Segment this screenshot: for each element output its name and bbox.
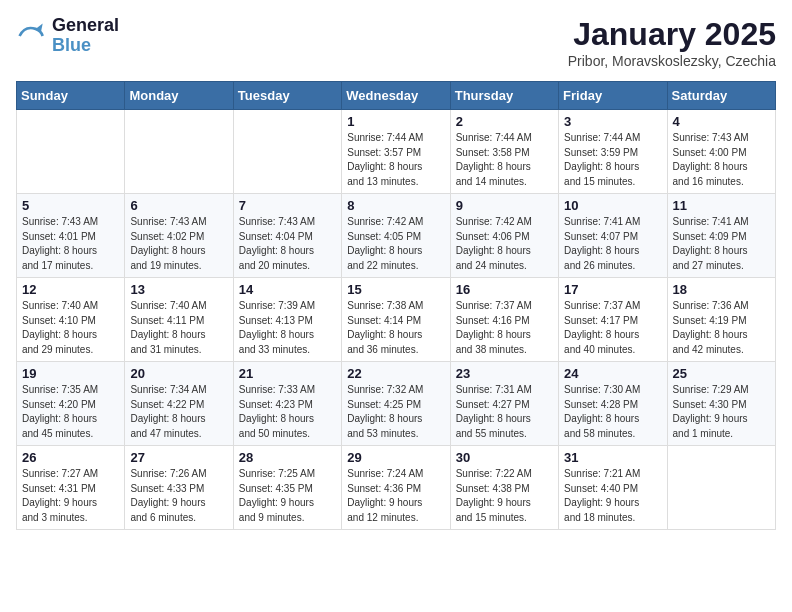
day-number: 29: [347, 450, 444, 465]
day-info: Sunrise: 7:38 AM Sunset: 4:14 PM Dayligh…: [347, 299, 444, 357]
day-number: 27: [130, 450, 227, 465]
day-info: Sunrise: 7:31 AM Sunset: 4:27 PM Dayligh…: [456, 383, 553, 441]
calendar-cell: 22Sunrise: 7:32 AM Sunset: 4:25 PM Dayli…: [342, 362, 450, 446]
calendar-cell: 23Sunrise: 7:31 AM Sunset: 4:27 PM Dayli…: [450, 362, 558, 446]
calendar-week-row: 26Sunrise: 7:27 AM Sunset: 4:31 PM Dayli…: [17, 446, 776, 530]
calendar-cell: 11Sunrise: 7:41 AM Sunset: 4:09 PM Dayli…: [667, 194, 775, 278]
day-number: 31: [564, 450, 661, 465]
day-number: 24: [564, 366, 661, 381]
day-number: 19: [22, 366, 119, 381]
calendar-table: SundayMondayTuesdayWednesdayThursdayFrid…: [16, 81, 776, 530]
calendar-cell: 16Sunrise: 7:37 AM Sunset: 4:16 PM Dayli…: [450, 278, 558, 362]
day-number: 26: [22, 450, 119, 465]
day-number: 22: [347, 366, 444, 381]
day-number: 6: [130, 198, 227, 213]
day-info: Sunrise: 7:21 AM Sunset: 4:40 PM Dayligh…: [564, 467, 661, 525]
day-info: Sunrise: 7:40 AM Sunset: 4:11 PM Dayligh…: [130, 299, 227, 357]
calendar-week-row: 5Sunrise: 7:43 AM Sunset: 4:01 PM Daylig…: [17, 194, 776, 278]
day-number: 28: [239, 450, 336, 465]
calendar-cell: 6Sunrise: 7:43 AM Sunset: 4:02 PM Daylig…: [125, 194, 233, 278]
logo-line2: Blue: [52, 36, 119, 56]
day-number: 30: [456, 450, 553, 465]
calendar-cell: 1Sunrise: 7:44 AM Sunset: 3:57 PM Daylig…: [342, 110, 450, 194]
calendar-cell: [667, 446, 775, 530]
calendar-week-row: 1Sunrise: 7:44 AM Sunset: 3:57 PM Daylig…: [17, 110, 776, 194]
day-number: 9: [456, 198, 553, 213]
calendar-cell: 5Sunrise: 7:43 AM Sunset: 4:01 PM Daylig…: [17, 194, 125, 278]
calendar-cell: [233, 110, 341, 194]
day-info: Sunrise: 7:37 AM Sunset: 4:16 PM Dayligh…: [456, 299, 553, 357]
calendar-cell: 13Sunrise: 7:40 AM Sunset: 4:11 PM Dayli…: [125, 278, 233, 362]
day-number: 18: [673, 282, 770, 297]
calendar-cell: 18Sunrise: 7:36 AM Sunset: 4:19 PM Dayli…: [667, 278, 775, 362]
day-number: 7: [239, 198, 336, 213]
day-number: 12: [22, 282, 119, 297]
day-info: Sunrise: 7:22 AM Sunset: 4:38 PM Dayligh…: [456, 467, 553, 525]
day-info: Sunrise: 7:39 AM Sunset: 4:13 PM Dayligh…: [239, 299, 336, 357]
day-info: Sunrise: 7:43 AM Sunset: 4:02 PM Dayligh…: [130, 215, 227, 273]
day-number: 20: [130, 366, 227, 381]
day-info: Sunrise: 7:33 AM Sunset: 4:23 PM Dayligh…: [239, 383, 336, 441]
day-info: Sunrise: 7:43 AM Sunset: 4:00 PM Dayligh…: [673, 131, 770, 189]
day-info: Sunrise: 7:37 AM Sunset: 4:17 PM Dayligh…: [564, 299, 661, 357]
weekday-header-wednesday: Wednesday: [342, 82, 450, 110]
month-year-title: January 2025: [568, 16, 776, 53]
calendar-cell: 8Sunrise: 7:42 AM Sunset: 4:05 PM Daylig…: [342, 194, 450, 278]
day-info: Sunrise: 7:42 AM Sunset: 4:06 PM Dayligh…: [456, 215, 553, 273]
day-info: Sunrise: 7:41 AM Sunset: 4:09 PM Dayligh…: [673, 215, 770, 273]
calendar-week-row: 19Sunrise: 7:35 AM Sunset: 4:20 PM Dayli…: [17, 362, 776, 446]
weekday-header-sunday: Sunday: [17, 82, 125, 110]
calendar-cell: [125, 110, 233, 194]
day-info: Sunrise: 7:27 AM Sunset: 4:31 PM Dayligh…: [22, 467, 119, 525]
day-number: 16: [456, 282, 553, 297]
day-number: 10: [564, 198, 661, 213]
day-number: 11: [673, 198, 770, 213]
day-info: Sunrise: 7:41 AM Sunset: 4:07 PM Dayligh…: [564, 215, 661, 273]
day-number: 5: [22, 198, 119, 213]
day-number: 2: [456, 114, 553, 129]
calendar-cell: 25Sunrise: 7:29 AM Sunset: 4:30 PM Dayli…: [667, 362, 775, 446]
day-number: 14: [239, 282, 336, 297]
day-number: 17: [564, 282, 661, 297]
calendar-cell: 12Sunrise: 7:40 AM Sunset: 4:10 PM Dayli…: [17, 278, 125, 362]
calendar-week-row: 12Sunrise: 7:40 AM Sunset: 4:10 PM Dayli…: [17, 278, 776, 362]
weekday-header-saturday: Saturday: [667, 82, 775, 110]
day-number: 1: [347, 114, 444, 129]
calendar-cell: 3Sunrise: 7:44 AM Sunset: 3:59 PM Daylig…: [559, 110, 667, 194]
calendar-cell: 15Sunrise: 7:38 AM Sunset: 4:14 PM Dayli…: [342, 278, 450, 362]
day-info: Sunrise: 7:25 AM Sunset: 4:35 PM Dayligh…: [239, 467, 336, 525]
calendar-cell: 20Sunrise: 7:34 AM Sunset: 4:22 PM Dayli…: [125, 362, 233, 446]
logo: General Blue: [16, 16, 119, 56]
title-block: January 2025 Pribor, Moravskoslezsky, Cz…: [568, 16, 776, 69]
weekday-header-tuesday: Tuesday: [233, 82, 341, 110]
day-number: 23: [456, 366, 553, 381]
calendar-cell: 7Sunrise: 7:43 AM Sunset: 4:04 PM Daylig…: [233, 194, 341, 278]
day-info: Sunrise: 7:44 AM Sunset: 3:57 PM Dayligh…: [347, 131, 444, 189]
weekday-header-thursday: Thursday: [450, 82, 558, 110]
day-info: Sunrise: 7:32 AM Sunset: 4:25 PM Dayligh…: [347, 383, 444, 441]
calendar-cell: 4Sunrise: 7:43 AM Sunset: 4:00 PM Daylig…: [667, 110, 775, 194]
day-number: 13: [130, 282, 227, 297]
location-subtitle: Pribor, Moravskoslezsky, Czechia: [568, 53, 776, 69]
day-info: Sunrise: 7:24 AM Sunset: 4:36 PM Dayligh…: [347, 467, 444, 525]
calendar-cell: 24Sunrise: 7:30 AM Sunset: 4:28 PM Dayli…: [559, 362, 667, 446]
day-number: 8: [347, 198, 444, 213]
page-header: General Blue January 2025 Pribor, Moravs…: [16, 16, 776, 69]
day-number: 3: [564, 114, 661, 129]
calendar-cell: 17Sunrise: 7:37 AM Sunset: 4:17 PM Dayli…: [559, 278, 667, 362]
day-info: Sunrise: 7:43 AM Sunset: 4:04 PM Dayligh…: [239, 215, 336, 273]
day-number: 15: [347, 282, 444, 297]
day-info: Sunrise: 7:44 AM Sunset: 3:58 PM Dayligh…: [456, 131, 553, 189]
day-info: Sunrise: 7:30 AM Sunset: 4:28 PM Dayligh…: [564, 383, 661, 441]
calendar-cell: 2Sunrise: 7:44 AM Sunset: 3:58 PM Daylig…: [450, 110, 558, 194]
calendar-cell: 19Sunrise: 7:35 AM Sunset: 4:20 PM Dayli…: [17, 362, 125, 446]
calendar-cell: 10Sunrise: 7:41 AM Sunset: 4:07 PM Dayli…: [559, 194, 667, 278]
calendar-cell: 9Sunrise: 7:42 AM Sunset: 4:06 PM Daylig…: [450, 194, 558, 278]
calendar-cell: 21Sunrise: 7:33 AM Sunset: 4:23 PM Dayli…: [233, 362, 341, 446]
day-info: Sunrise: 7:34 AM Sunset: 4:22 PM Dayligh…: [130, 383, 227, 441]
calendar-cell: 28Sunrise: 7:25 AM Sunset: 4:35 PM Dayli…: [233, 446, 341, 530]
day-number: 4: [673, 114, 770, 129]
calendar-cell: [17, 110, 125, 194]
calendar-cell: 26Sunrise: 7:27 AM Sunset: 4:31 PM Dayli…: [17, 446, 125, 530]
day-info: Sunrise: 7:36 AM Sunset: 4:19 PM Dayligh…: [673, 299, 770, 357]
